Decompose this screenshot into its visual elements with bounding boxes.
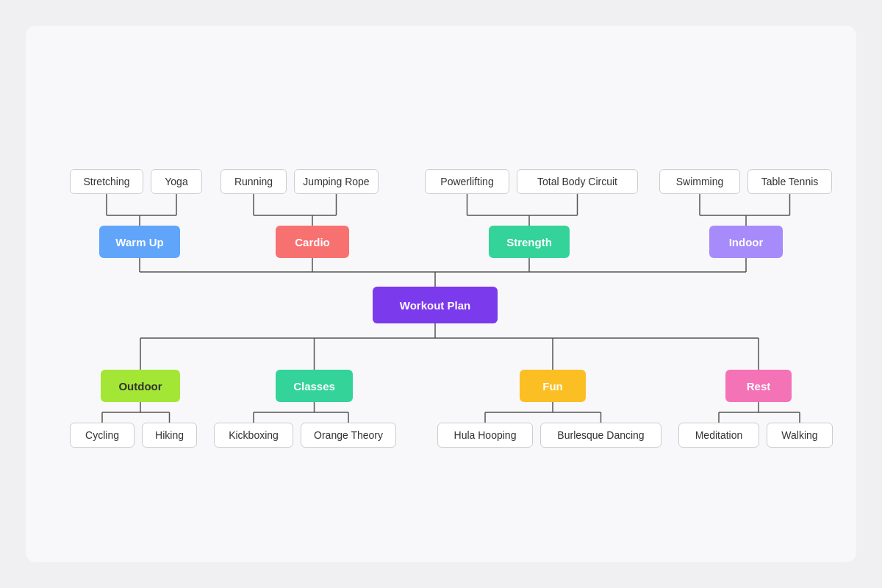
node-workout-plan: Workout Plan (373, 287, 498, 323)
node-powerlifting: Powerlifting (425, 169, 509, 194)
node-indoor: Indoor (709, 226, 783, 258)
node-hula-hooping: Hula Hooping (437, 423, 533, 448)
node-walking: Walking (767, 423, 833, 448)
node-strength: Strength (489, 226, 570, 258)
node-orange-theory: Orange Theory (301, 423, 396, 448)
node-jumping-rope: Jumping Rope (294, 169, 379, 194)
node-burlesque-dancing: Burlesque Dancing (540, 423, 662, 448)
node-fun: Fun (520, 370, 586, 402)
node-hiking: Hiking (142, 423, 197, 448)
node-swimming: Swimming (659, 169, 740, 194)
node-kickboxing: Kickboxing (214, 423, 293, 448)
node-yoga: Yoga (151, 169, 202, 194)
node-rest: Rest (725, 370, 792, 402)
node-cardio: Cardio (276, 226, 349, 258)
node-stretching: Stretching (70, 169, 143, 194)
node-table-tennis: Table Tennis (747, 169, 832, 194)
node-outdoor: Outdoor (101, 370, 180, 402)
node-cycling: Cycling (70, 423, 135, 448)
node-meditation: Meditation (678, 423, 759, 448)
canvas: Workout PlanWarm UpStretchingYogaCardioR… (26, 26, 856, 562)
node-running: Running (220, 169, 287, 194)
node-classes: Classes (276, 370, 353, 402)
node-total-body-circuit: Total Body Circuit (517, 169, 638, 194)
node-warmup: Warm Up (99, 226, 180, 258)
